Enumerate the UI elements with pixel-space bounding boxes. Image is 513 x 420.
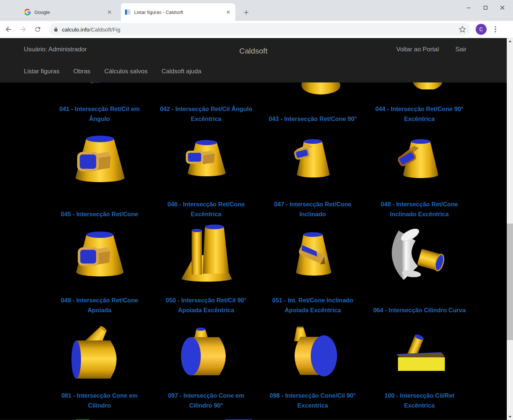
cylinder-with-top-cone-shape [179,328,234,376]
cone-with-duct-shape [293,137,333,180]
page-scrollbar[interactable] [507,38,513,420]
figure-label-line: Ângulo [46,114,153,124]
figure-row-3-labels: 049 - Intersecção Ret/ConeApoiada 050 - … [46,294,473,315]
link-sair[interactable]: Sair [455,44,466,54]
figure-label-line: 043 - Intersecção Ret/Cone 90° [259,114,366,124]
tab-google[interactable]: Google [21,3,117,21]
figure-042-image [153,81,259,97]
forward-button[interactable] [17,23,29,36]
new-tab-button[interactable] [241,7,251,18]
tab-close-icon[interactable] [225,9,232,15]
main-nav: Listar figuras Obras Cálculos salvos Cal… [24,66,201,76]
figure-link-049[interactable]: 049 - Intersecção Ret/ConeApoiada [46,294,153,315]
figure-label-line: 042 - Intersecção Ret/Cil Ângulo [153,104,259,114]
address-bar[interactable]: calculo.info/Caldsoft/Fig [49,23,470,36]
cone-with-duct-shape [183,138,229,179]
figure-043-image[interactable] [297,81,345,96]
figure-064-image[interactable] [387,225,451,283]
figure-label-line: Inclinado Excêntrica [366,209,473,219]
cone-with-duct-shape [70,133,129,184]
figure-098-image[interactable] [287,327,339,377]
figure-label-line: 081 - Intersecção Cone em [46,391,153,401]
maximize-button[interactable] [477,2,494,13]
figure-link-043[interactable]: 043 - Intersecção Ret/Cone 90° [259,103,366,124]
figure-label-line: 064 - Intersecção Cilindro Curva [366,305,473,315]
figure-label-line: 046 - Intersecção Ret/Cone [153,199,259,209]
close-window-button[interactable] [494,2,511,13]
url-text: calculo.info/Caldsoft/Fig [62,26,459,33]
figure-label-line: 100 - Intersecção Cil/Ret [366,391,473,401]
figure-label-line: 048 - Intersecção Ret/Cone [366,199,473,209]
browser-toolbar: calculo.info/Caldsoft/Fig C [0,21,513,38]
nav-caldsoft-ajuda[interactable]: Caldsoft ajuda [162,66,202,76]
figure-link-100[interactable]: 100 - Intersecção Cil/RetExcêntrica [366,389,473,410]
tab-title: Google [34,10,106,15]
figure-049-image[interactable] [71,229,128,278]
figure-label-line: Excêntrica [366,401,473,410]
url-host: calculo.info [62,26,89,33]
figure-label-line: Cilindro [46,401,153,410]
figure-row-1-labels: 041 - Intersecção Ret/Cil emÂngulo 042 -… [46,103,473,124]
tab-listar-figuras[interactable]: Listar figuras - Caldsoft [121,3,235,21]
cylinder-with-top-cone-shape [287,327,339,377]
nav-obras[interactable]: Obras [73,66,90,76]
figure-link-046[interactable]: 046 - Intersecção Ret/ConeExcêntrica [153,198,259,219]
scrollbar-up-icon[interactable] [507,38,513,44]
reload-button[interactable] [32,23,44,36]
cone-bottom-shape [297,81,345,96]
figure-row-1-images [46,81,473,97]
figure-link-064[interactable]: 064 - Intersecção Cilindro Curva [366,294,473,315]
figure-link-098[interactable]: 098 - Intersecção Cone/Cil 90°Excentrica [259,389,366,410]
figure-label-line: 049 - Intersecção Ret/Cone [46,295,153,305]
site-header: Usuário: Administrador Caldsoft Voltar a… [0,38,507,82]
minimize-button[interactable] [460,2,477,13]
figure-051-image[interactable] [292,230,333,277]
nav-listar-figuras[interactable]: Listar figuras [24,66,59,76]
figure-097-image[interactable] [179,328,234,376]
figure-label-line: Apoiada Excêntrica [153,305,259,315]
figure-050-image[interactable] [177,224,236,283]
figure-label-line: Inclinado [259,209,366,219]
figure-link-041[interactable]: 041 - Intersecção Ret/Cil emÂngulo [46,103,153,124]
figure-label-line: Cilindro 90° [153,401,259,410]
cone-with-inclined-duct-shape [292,230,333,277]
figure-link-051[interactable]: 051 - Int. Ret/Cone InclinadoApoiada Exc… [259,294,366,315]
figure-100-image[interactable] [393,331,446,372]
figure-link-048[interactable]: 048 - Intersecção Ret/ConeInclinado Excê… [366,198,473,219]
browser-menu-icon[interactable] [491,25,500,34]
figure-label-line: Apoiada [46,305,153,315]
scrollbar-thumb[interactable] [507,224,513,340]
figure-link-050[interactable]: 050 - Intersecção Ret/Cil 90°Apoiada Exc… [153,294,259,315]
scrollbar-down-icon[interactable] [507,414,513,420]
figure-045-image[interactable] [70,133,129,184]
figure-081-image[interactable] [69,325,131,379]
figure-link-042[interactable]: 042 - Intersecção Ret/Cil ÂnguloExcêntri… [153,103,259,124]
tab-close-icon[interactable] [106,9,113,15]
bookmark-star-icon[interactable] [459,26,466,33]
figure-046-image[interactable] [183,138,229,179]
figure-link-044[interactable]: 044 - Intersecção Ret/Cone 90°Excêntrica [366,103,473,124]
profile-avatar[interactable]: C [476,24,487,35]
figure-label-line: Excêntrica [153,114,259,124]
elbow-with-branch-shape [387,225,451,283]
figure-label-line: Excêntrica [366,114,473,124]
skirt-two-cylinders-shape [177,224,236,283]
figure-label-line: 050 - Intersecção Ret/Cil 90° [153,295,259,305]
figure-label-line: Excentrica [259,401,366,410]
figure-048-image[interactable] [398,137,441,180]
nav-calculos-salvos[interactable]: Cálculos salvos [104,66,148,76]
back-button[interactable] [2,23,15,36]
cylinder-with-cone-branch-shape [69,325,131,379]
figure-link-045[interactable]: 045 - Intersecção Ret/Cone [46,198,153,219]
google-favicon [24,9,31,15]
figure-link-081[interactable]: 081 - Intersecção Cone emCilindro [46,389,153,410]
figure-link-097[interactable]: 097 - Intersecção Cone emCilindro 90° [153,389,259,410]
figure-link-047[interactable]: 047 - Intersecção Ret/ConeInclinado [259,198,366,219]
figure-047-image[interactable] [293,137,333,180]
figure-label-line: 098 - Intersecção Cone/Cil 90° [259,391,366,401]
url-path: /Caldsoft/Fig [89,26,120,33]
link-voltar-ao-portal[interactable]: Voltar ao Portal [396,44,439,54]
box-with-cylinder-branch-shape [393,331,446,372]
window-controls [460,2,511,13]
figure-label-line: Excêntrica [153,209,259,219]
